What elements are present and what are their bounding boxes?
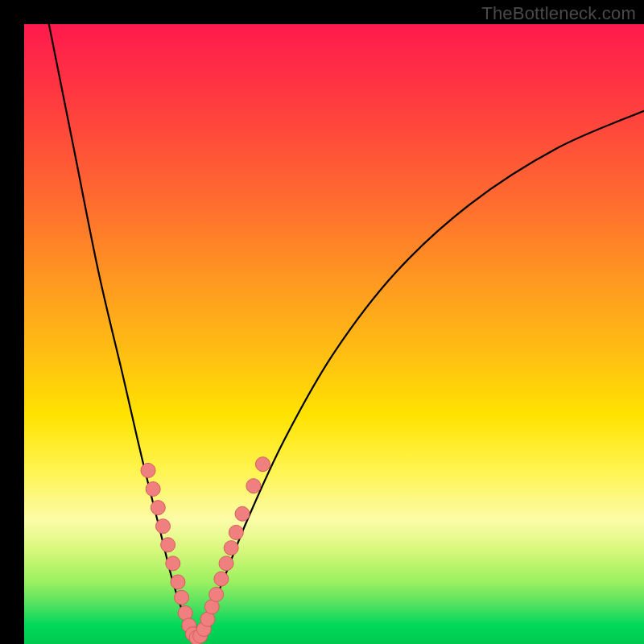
highlight-dot: [246, 479, 261, 493]
highlight-dot: [146, 482, 160, 497]
highlight-dot: [255, 457, 270, 472]
highlight-dots-group: [141, 457, 270, 644]
highlight-dot: [235, 506, 250, 521]
highlight-dot: [171, 575, 185, 589]
highlight-dot: [219, 556, 233, 571]
highlight-dot: [151, 501, 165, 515]
highlight-dot: [155, 519, 170, 534]
highlight-dot: [166, 556, 180, 571]
highlight-dot: [229, 525, 243, 539]
chart-svg: [24, 24, 644, 644]
highlight-dot: [175, 590, 189, 605]
highlight-dot: [224, 541, 238, 555]
chart-plot-area: [24, 24, 644, 644]
highlight-dot: [209, 587, 224, 601]
highlight-dot: [141, 463, 155, 477]
bottleneck-curve-path: [49, 24, 644, 638]
highlight-dot: [161, 538, 175, 552]
highlight-dot: [214, 572, 229, 586]
watermark-text: TheBottleneck.com: [481, 3, 636, 24]
chart-frame: TheBottleneck.com: [0, 0, 644, 644]
